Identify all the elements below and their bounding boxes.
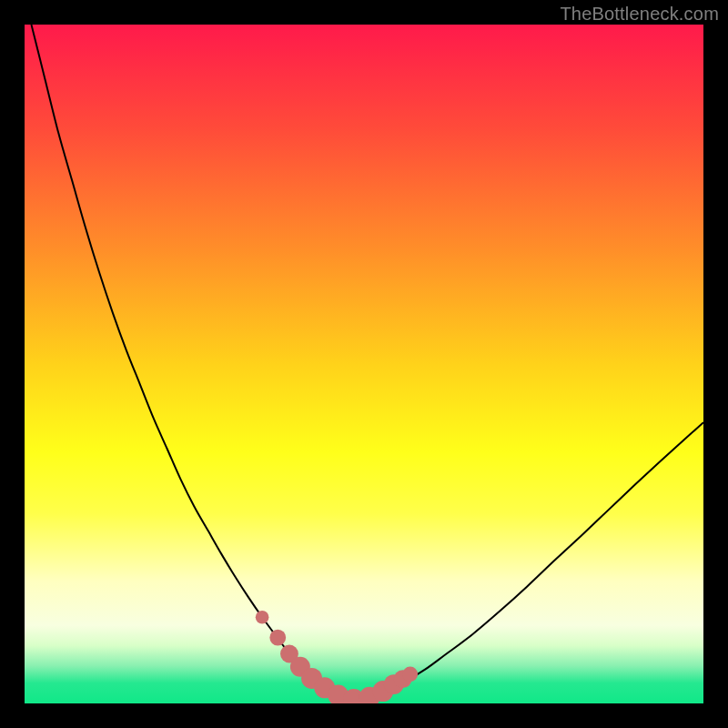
curve-layer [25, 25, 703, 703]
optimal-dot [256, 611, 269, 624]
optimal-zone-dots [256, 611, 418, 703]
plot-area [25, 25, 703, 703]
optimal-dot [269, 630, 286, 646]
optimal-dot [402, 667, 418, 682]
watermark-text: TheBottleneck.com [560, 4, 719, 25]
chart-frame: TheBottleneck.com [0, 0, 728, 728]
bottleneck-curve [31, 25, 703, 700]
